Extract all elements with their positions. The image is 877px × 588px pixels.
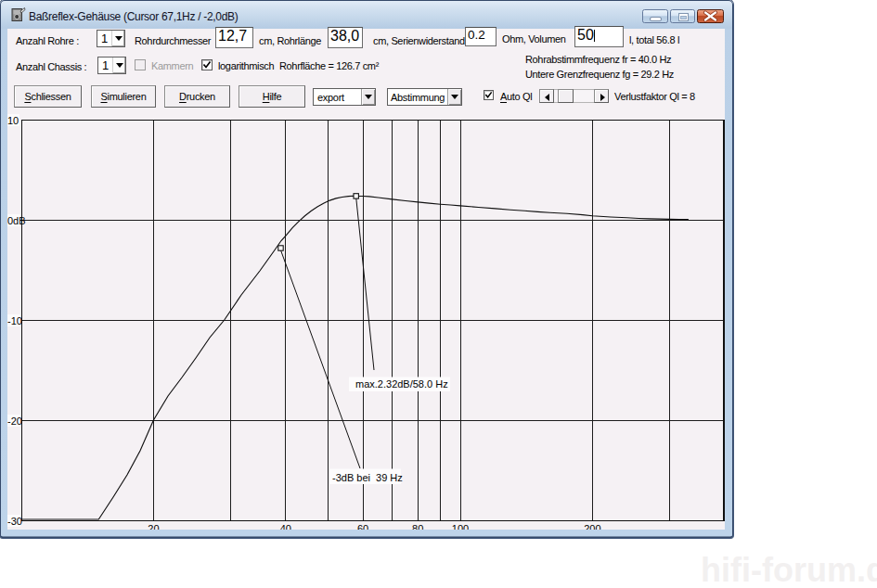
- svg-text:10: 10: [7, 115, 19, 126]
- svg-text:max.2.32dB/58.0 Hz: max.2.32dB/58.0 Hz: [355, 378, 448, 390]
- svg-text:60: 60: [357, 523, 368, 530]
- svg-text:100: 100: [452, 523, 469, 530]
- svg-text:0dB: 0dB: [7, 215, 26, 226]
- svg-text:40: 40: [280, 523, 291, 530]
- svg-text:-10: -10: [7, 315, 22, 326]
- svg-text:200: 200: [584, 523, 600, 530]
- svg-text:-3dB bei 39 Hz: -3dB bei 39 Hz: [332, 472, 403, 483]
- svg-text:80: 80: [412, 523, 423, 530]
- svg-text:20: 20: [148, 523, 159, 530]
- svg-text:-30: -30: [7, 516, 22, 527]
- svg-text:-20: -20: [7, 415, 22, 427]
